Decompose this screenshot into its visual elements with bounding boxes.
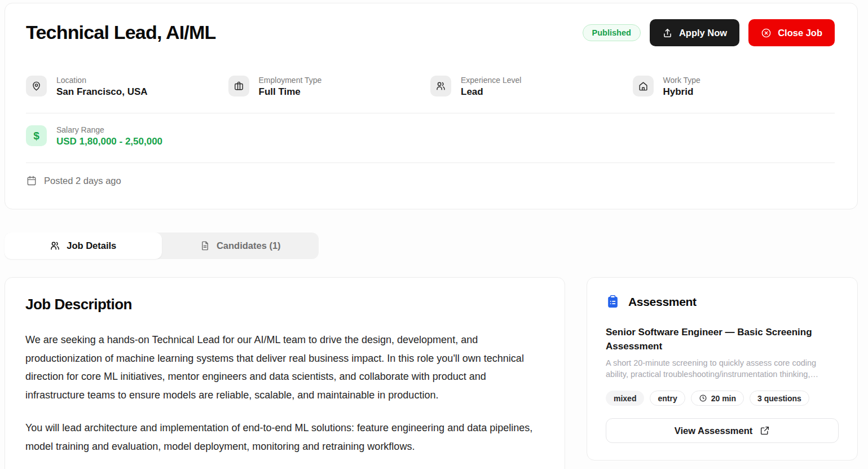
meta-value: San Francisco, USA xyxy=(56,86,148,98)
meta-work-type: Work Type Hybrid xyxy=(633,76,835,98)
apply-now-button[interactable]: Apply Now xyxy=(650,19,739,46)
page-title: Technical Lead, AI/ML xyxy=(26,17,215,43)
meta-label: Location xyxy=(56,76,148,85)
tab-label: Job Details xyxy=(67,240,116,251)
assessment-title: Senior Software Engineer — Basic Screeni… xyxy=(606,325,839,353)
posted-text: Posted 2 days ago xyxy=(44,176,121,186)
view-assessment-button[interactable]: View Assessment xyxy=(606,418,839,443)
users-icon xyxy=(50,240,60,251)
document-icon xyxy=(200,240,210,251)
meta-value: Full Time xyxy=(259,86,322,98)
meta-salary-range: $ Salary Range USD 1,80,000 - 2,50,000 xyxy=(26,125,835,147)
assessment-badges: mixed entry 20 min 3 questions xyxy=(606,391,839,406)
upload-icon xyxy=(662,28,673,38)
meta-label: Salary Range xyxy=(56,125,162,134)
meta-label: Experience Level xyxy=(461,76,521,85)
job-meta-grid: Location San Francisco, USA Employment T… xyxy=(26,76,835,98)
close-job-label: Close Job xyxy=(778,28,822,38)
x-circle-icon xyxy=(761,28,772,38)
users-icon xyxy=(430,76,451,97)
meta-experience-level: Experience Level Lead xyxy=(430,76,633,98)
meta-label: Work Type xyxy=(663,76,700,85)
salary-value: USD 1,80,000 - 2,50,000 xyxy=(56,136,162,147)
page: Technical Lead, AI/ML Published Apply No… xyxy=(0,0,868,469)
tab-label: Candidates (1) xyxy=(217,240,281,251)
meta-label: Employment Type xyxy=(259,76,322,85)
divider xyxy=(26,163,835,163)
badge-mixed: mixed xyxy=(606,391,644,406)
assessment-heading: Assessment xyxy=(628,295,697,309)
tab-bar: Job Details Candidates (1) xyxy=(5,233,319,259)
job-description-heading: Job Description xyxy=(25,296,540,313)
job-description-body: We are seeking a hands-on Technical Lead… xyxy=(25,331,540,455)
tab-candidates[interactable]: Candidates (1) xyxy=(162,233,319,259)
badge-duration-label: 20 min xyxy=(711,394,736,403)
description-paragraph: You will lead architecture and implement… xyxy=(25,419,540,455)
divider xyxy=(26,113,835,113)
apply-now-label: Apply Now xyxy=(679,28,727,38)
calendar-icon xyxy=(26,175,37,186)
assessment-description: A short 20-minute screening to quickly a… xyxy=(606,357,839,380)
briefcase-icon xyxy=(228,76,249,97)
badge-entry: entry xyxy=(650,391,685,406)
badge-questions: 3 questions xyxy=(750,391,809,406)
meta-location: Location San Francisco, USA xyxy=(26,76,228,98)
meta-employment-type: Employment Type Full Time xyxy=(228,76,431,98)
meta-value: Hybrid xyxy=(663,86,700,98)
badge-duration: 20 min xyxy=(691,391,744,406)
view-assessment-label: View Assessment xyxy=(675,426,753,436)
tab-job-details[interactable]: Job Details xyxy=(5,233,162,259)
clock-icon xyxy=(699,394,707,402)
job-description-card: Job Description We are seeking a hands-o… xyxy=(5,277,565,469)
location-pin-icon xyxy=(26,76,47,97)
dollar-icon: $ xyxy=(26,125,47,146)
close-job-button[interactable]: Close Job xyxy=(748,19,835,46)
home-icon xyxy=(633,76,654,97)
description-paragraph: We are seeking a hands-on Technical Lead… xyxy=(25,331,540,404)
assessment-card: Assessment Senior Software Engineer — Ba… xyxy=(587,277,858,461)
external-link-icon xyxy=(760,426,770,436)
posted-row: Posted 2 days ago xyxy=(26,175,835,186)
status-badge: Published xyxy=(583,24,641,41)
meta-value: Lead xyxy=(461,86,521,98)
header-actions: Published Apply Now Close Job xyxy=(583,17,835,46)
clipboard-icon xyxy=(606,295,620,309)
job-header-card: Technical Lead, AI/ML Published Apply No… xyxy=(5,3,858,209)
